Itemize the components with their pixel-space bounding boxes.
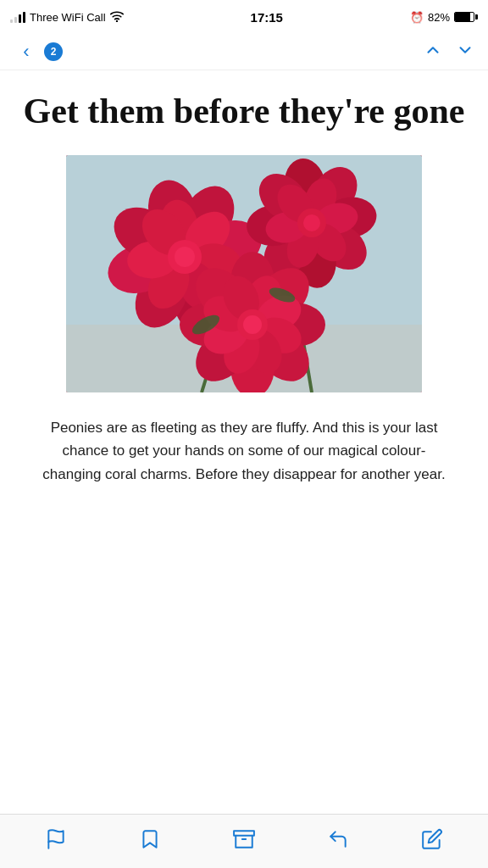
peony-illustration [66, 155, 422, 392]
nav-left: ‹ 2 [14, 39, 63, 64]
nav-up-arrow[interactable] [424, 41, 442, 64]
article-content: Get them before they're gone [0, 70, 488, 499]
back-button[interactable]: ‹ [14, 39, 39, 64]
bottom-toolbar [0, 814, 488, 868]
flag-button[interactable] [35, 823, 77, 860]
reply-icon [327, 828, 349, 855]
svg-point-0 [115, 19, 117, 21]
alarm-icon: ⏰ [410, 11, 424, 24]
time-display: 17:15 [251, 10, 283, 25]
bookmark-button[interactable] [129, 823, 171, 860]
wifi-icon [110, 10, 124, 25]
article-image [66, 155, 422, 392]
article-image-container [66, 155, 422, 392]
archive-button[interactable] [223, 823, 265, 860]
article-headline: Get them before they're gone [17, 91, 471, 131]
status-left: Three WiFi Call [10, 10, 124, 25]
status-right: ⏰ 82% [410, 11, 478, 24]
status-bar: Three WiFi Call 17:15 ⏰ 82% [0, 0, 488, 34]
svg-rect-60 [234, 831, 254, 835]
nav-bar: ‹ 2 [0, 34, 488, 70]
back-count-badge: 2 [44, 42, 63, 61]
flag-icon [45, 828, 67, 855]
compose-icon [421, 828, 443, 855]
signal-icon [10, 11, 25, 23]
battery-icon [454, 12, 478, 22]
article-body: Peonies are as fleeting as they are fluf… [41, 416, 447, 486]
archive-icon [233, 828, 255, 855]
bookmark-icon [139, 828, 161, 855]
carrier-label: Three WiFi Call [30, 11, 106, 24]
svg-point-56 [243, 315, 262, 334]
nav-right [424, 41, 474, 64]
reply-button[interactable] [317, 823, 359, 860]
compose-button[interactable] [411, 823, 453, 860]
svg-point-38 [303, 214, 320, 231]
svg-point-22 [175, 247, 195, 267]
nav-down-arrow[interactable] [456, 41, 474, 64]
back-chevron-icon: ‹ [23, 42, 29, 61]
battery-percent: 82% [428, 11, 450, 24]
